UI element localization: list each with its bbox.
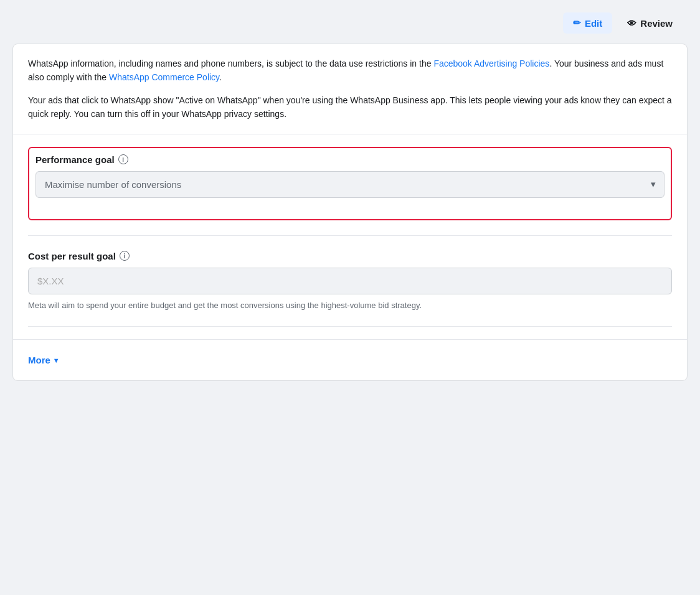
form-section: Performance goal i Maximise number of co… bbox=[13, 134, 687, 340]
review-eye-icon: 👁 bbox=[627, 18, 636, 29]
info-paragraph-1: WhatsApp information, including names an… bbox=[28, 57, 672, 85]
edit-pencil-icon: ✏ bbox=[573, 17, 581, 29]
cost-per-result-label: Cost per result goal i bbox=[28, 251, 672, 261]
edit-label: Edit bbox=[585, 18, 602, 29]
cost-per-result-info-icon[interactable]: i bbox=[120, 251, 130, 261]
info-section: WhatsApp information, including names an… bbox=[13, 44, 687, 134]
info-paragraph-2: Your ads that click to WhatsApp show "Ac… bbox=[28, 93, 672, 121]
more-link-label: More bbox=[28, 355, 50, 365]
performance-goal-label-text: Performance goal bbox=[35, 154, 115, 165]
header-bar: ✏ Edit 👁 Review bbox=[12, 12, 688, 34]
performance-goal-info-icon[interactable]: i bbox=[118, 154, 128, 164]
cost-per-result-input[interactable] bbox=[28, 268, 672, 294]
cost-per-result-label-text: Cost per result goal bbox=[28, 251, 116, 261]
facebook-policies-link[interactable]: Facebook Advertising Policies bbox=[433, 59, 549, 68]
performance-goal-wrapper: Performance goal i Maximise number of co… bbox=[28, 147, 672, 220]
performance-goal-label: Performance goal i bbox=[35, 154, 665, 165]
more-chevron-icon: ▼ bbox=[53, 357, 60, 364]
whatsapp-commerce-link[interactable]: WhatsApp Commerce Policy bbox=[109, 72, 219, 82]
more-link[interactable]: More ▼ bbox=[28, 355, 60, 365]
performance-goal-group: Performance goal i Maximise number of co… bbox=[35, 154, 665, 198]
cost-per-result-hint: Meta will aim to spend your entire budge… bbox=[28, 299, 672, 312]
review-button[interactable]: 👁 Review bbox=[617, 13, 683, 34]
bottom-section: More ▼ bbox=[13, 339, 687, 380]
main-card: WhatsApp information, including names an… bbox=[12, 44, 688, 381]
review-label: Review bbox=[640, 18, 673, 29]
edit-button[interactable]: ✏ Edit bbox=[563, 12, 612, 34]
performance-goal-select-wrapper: Maximise number of conversions Maximise … bbox=[35, 171, 665, 198]
divider-2 bbox=[28, 326, 672, 327]
performance-goal-select[interactable]: Maximise number of conversions Maximise … bbox=[35, 171, 665, 198]
page-wrapper: ✏ Edit 👁 Review WhatsApp information, in… bbox=[0, 0, 700, 393]
cost-per-result-group: Cost per result goal i Meta will aim to … bbox=[28, 251, 672, 312]
